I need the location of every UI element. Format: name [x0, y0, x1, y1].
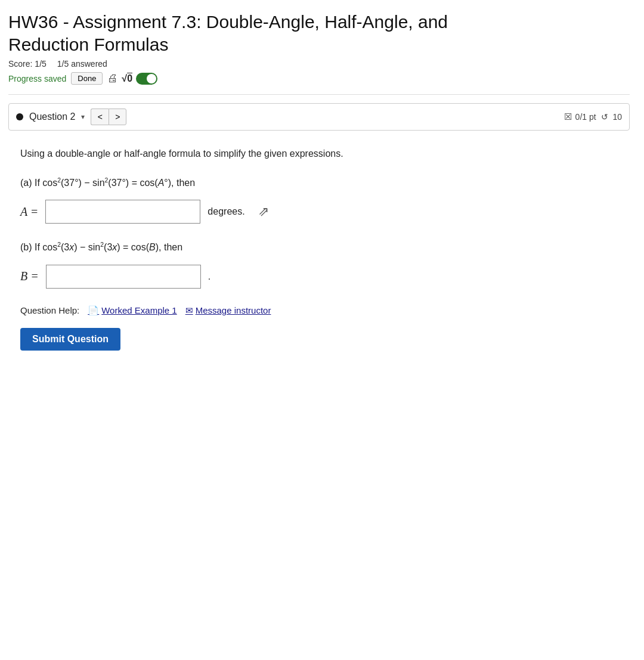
score-line: Score: 1/5 1/5 answered — [8, 59, 630, 69]
question-dot — [16, 113, 23, 120]
divider — [8, 94, 630, 95]
worked-example-link[interactable]: 📄 Worked Example 1 — [88, 305, 177, 316]
help-label: Question Help: — [20, 305, 79, 315]
question-nav-bar: Question 2 ▾ < > ☒ 0/1 pt ↺ 10 — [8, 103, 630, 131]
instructions: Using a double-angle or half-angle formu… — [20, 148, 618, 159]
print-icon[interactable]: 🖨 — [107, 72, 118, 85]
part-a-var-label: A = — [20, 205, 38, 219]
score-display: 0/1 pt — [575, 112, 596, 122]
question-help: Question Help: 📄 Worked Example 1 ✉ Mess… — [20, 305, 618, 316]
score-label: Score: 1/5 — [8, 59, 47, 69]
toggle-track[interactable] — [136, 73, 157, 85]
part-a-unit: degrees. — [208, 206, 244, 217]
question-nav-right: ☒ 0/1 pt ↺ 10 — [564, 111, 622, 122]
done-button[interactable]: Done — [71, 72, 103, 85]
prev-question-button[interactable]: < — [91, 109, 109, 125]
part-b-label: (b) If cos2(3x) − sin2(3x) = cos(B), the… — [20, 240, 618, 255]
toggle-switch[interactable] — [136, 73, 157, 85]
question-label: Question 2 — [29, 111, 75, 122]
part-a-input[interactable] — [45, 200, 200, 224]
question-nav-left: Question 2 ▾ < > — [16, 109, 126, 125]
question-dropdown-arrow[interactable]: ▾ — [81, 113, 85, 121]
answered-label: 1/5 answered — [57, 59, 107, 69]
cursor-icon: ⇗ — [258, 204, 269, 219]
progress-line: Progress saved Done 🖨 √0 — [8, 72, 630, 85]
question-content: Using a double-angle or half-angle formu… — [8, 142, 630, 362]
message-instructor-link[interactable]: ✉ Message instructor — [185, 305, 271, 316]
message-instructor-text: Message instructor — [196, 305, 271, 315]
title-line2: Reduction Formulas — [8, 35, 168, 54]
envelope-icon: ✉ — [185, 305, 193, 316]
retry-count: 10 — [612, 112, 622, 122]
title-line1: HW36 - Assignment 7.3: Double-Angle, Hal… — [8, 12, 448, 32]
part-a-input-row: A = degrees. ⇗ — [20, 200, 618, 224]
progress-saved: Progress saved — [8, 74, 66, 83]
page-title: HW36 - Assignment 7.3: Double-Angle, Hal… — [8, 11, 630, 55]
submit-button[interactable]: Submit Question — [20, 328, 120, 351]
page-wrapper: HW36 - Assignment 7.3: Double-Angle, Hal… — [0, 0, 644, 660]
sqrt-icon: √0 — [122, 73, 132, 84]
toggle-knob — [147, 74, 156, 83]
worked-example-text: Worked Example 1 — [101, 305, 177, 315]
part-b-period: . — [208, 271, 210, 282]
part-a-label: (a) If cos2(37°) − sin2(37°) = cos(A°), … — [20, 176, 618, 190]
part-b-input-row: B = . — [20, 265, 618, 289]
score-badge: ☒ 0/1 pt ↺ 10 — [564, 111, 622, 122]
document-icon: 📄 — [88, 305, 99, 316]
next-question-button[interactable]: > — [109, 109, 126, 125]
part-b-var-label: B = — [20, 269, 39, 283]
toolbar-icons: 🖨 √0 — [107, 72, 157, 85]
nav-buttons: < > — [91, 109, 126, 125]
part-b-input[interactable] — [46, 265, 201, 289]
